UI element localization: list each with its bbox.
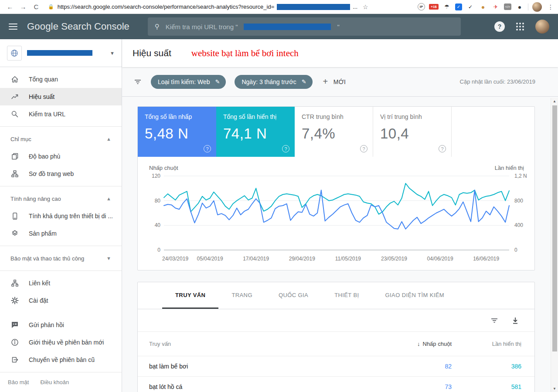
query-column-header[interactable]: Truy vấn: [149, 341, 364, 347]
scroll-down-icon[interactable]: ▼: [553, 385, 556, 392]
table-row[interactable]: bạt lót hồ cá73581: [138, 376, 534, 392]
cookie-extension-icon[interactable]: ●: [479, 3, 487, 11]
sidebar-item-overview[interactable]: Tổng quan: [0, 71, 122, 88]
ip-extension-icon[interactable]: IP: [418, 3, 425, 10]
browser-menu-icon[interactable]: ⋮: [548, 3, 554, 10]
app-logo[interactable]: Google Search Console: [27, 21, 129, 32]
filter-icon[interactable]: [133, 78, 142, 86]
filter-bar: Loại tìm kiếm: Web ✎ Ngày: 3 tháng trước…: [122, 67, 558, 97]
svg-text:17/04/2019: 17/04/2019: [243, 256, 269, 262]
property-redaction-bar: [27, 50, 92, 56]
scrollbar-thumb[interactable]: [552, 105, 557, 351]
globe-icon: [7, 46, 22, 61]
card-label: CTR trung bình: [302, 113, 366, 120]
sidebar-section-index[interactable]: Chỉ mục▲: [0, 130, 122, 148]
svg-text:0: 0: [514, 247, 517, 253]
sidebar-section-security[interactable]: Bảo mật và thao tác thủ công▼: [0, 250, 122, 267]
sidebar-item-about-new[interactable]: Giới thiệu về phiên bản mới: [0, 334, 122, 351]
help-question-icon[interactable]: ?: [204, 145, 211, 152]
impressions-column-header[interactable]: Lần hiển thị: [452, 341, 521, 347]
profile-extension-icon[interactable]: ●: [515, 3, 524, 11]
new-filter-button[interactable]: + MỚI: [323, 77, 346, 87]
hamburger-menu-icon[interactable]: [9, 22, 17, 31]
terms-link[interactable]: Điều khoản: [40, 379, 69, 385]
tab-queries[interactable]: TRUY VẤN: [162, 282, 218, 309]
sidebar-item-url-inspection[interactable]: Kiểm tra URL: [0, 105, 122, 123]
check-blue-extension-icon[interactable]: ✓: [455, 3, 462, 10]
title-bar: Hiệu suất website bạt làm bể bơi intech: [122, 39, 558, 67]
svg-text:80: 80: [155, 198, 161, 204]
search-redaction-bar: [244, 24, 331, 30]
edit-pencil-icon: ✎: [302, 78, 306, 85]
settings-icon: [10, 296, 19, 305]
cash-extension-icon[interactable]: +1$: [429, 4, 439, 10]
sidebar-item-label: Độ bao phủ: [29, 153, 60, 160]
rocket-extension-icon[interactable]: ✈: [491, 3, 500, 11]
avg-ctr-card[interactable]: CTR trung bình 7,4% ?: [295, 107, 373, 157]
card-label: Vị trí trung bình: [380, 113, 444, 120]
sidebar-item-label: Gửi phản hồi: [29, 321, 64, 328]
check-extension-icon[interactable]: ✓: [466, 3, 475, 11]
sidebar-nav: Tổng quanHiệu suấtKiểm tra URLChỉ mục▲Độ…: [0, 67, 122, 368]
sidebar-item-performance[interactable]: Hiệu suất: [0, 88, 122, 105]
address-bar-url[interactable]: https://search.google.com/search-console…: [58, 3, 275, 10]
download-icon[interactable]: [511, 316, 520, 325]
main-content: Hiệu suất website bạt làm bể bơi intech …: [122, 39, 558, 392]
help-question-icon[interactable]: ?: [360, 145, 367, 152]
umbrella-extension-icon[interactable]: ☂: [442, 3, 451, 11]
help-icon[interactable]: ?: [494, 21, 505, 32]
bookmark-star-icon[interactable]: ☆: [363, 3, 368, 10]
refresh-icon[interactable]: C: [31, 3, 42, 10]
sidebar-divider: [0, 270, 122, 271]
sidebar-item-mobile-usability[interactable]: Tính khả dụng trên thiết bị di ...: [0, 207, 122, 225]
sidebar-section-enhancements[interactable]: Tính năng nâng cao▲: [0, 190, 122, 207]
chevron-down-icon: ▼: [110, 51, 115, 56]
padlock-icon[interactable]: 🔒: [48, 4, 54, 10]
sidebar-item-settings[interactable]: Cài đặt: [0, 292, 122, 309]
sidebar-item-links[interactable]: Liên kết: [0, 274, 122, 292]
sidebar-item-products[interactable]: Sản phẩm: [0, 225, 122, 242]
query-cell[interactable]: bạt làm bể bơi: [149, 363, 364, 370]
svg-text:Nhấp chuột: Nhấp chuột: [149, 165, 178, 171]
extension-icons: IP+1$☂✓✓●✈</>● ⋮: [418, 2, 554, 12]
svg-text:800: 800: [514, 198, 523, 204]
google-apps-icon[interactable]: [516, 23, 524, 30]
privacy-link[interactable]: Bảo mật: [8, 379, 29, 385]
browser-avatar[interactable]: [532, 2, 542, 12]
sidebar-item-legacy[interactable]: Chuyển về phiên bản cũ: [0, 351, 122, 368]
avg-position-card[interactable]: Vị trí trung bình 10,4 ?: [373, 107, 452, 157]
account-avatar[interactable]: [535, 20, 549, 34]
scroll-up-icon[interactable]: ▲: [553, 98, 556, 105]
tab-search-appearance[interactable]: GIAO DIỆN TÌM KIẾM: [372, 282, 458, 309]
property-selector[interactable]: ▼: [0, 39, 122, 67]
back-icon[interactable]: ←: [4, 3, 16, 10]
table-row[interactable]: bạt làm bể bơi82386: [138, 356, 534, 376]
date-filter-chip[interactable]: Ngày: 3 tháng trước ✎: [235, 75, 312, 89]
last-updated-text: Cập nhật lần cuối: 23/06/2019: [460, 78, 535, 85]
header-actions: ?: [494, 20, 549, 34]
code-extension-icon[interactable]: </>: [504, 3, 511, 10]
forward-icon[interactable]: →: [17, 3, 29, 10]
sitemap-icon: [10, 169, 19, 178]
url-inspect-searchbox[interactable]: ⚲ Kiểm tra mọi URL trong " ": [148, 17, 461, 36]
tab-devices[interactable]: THIẾT BỊ: [321, 282, 372, 309]
help-question-icon[interactable]: ?: [282, 145, 289, 152]
card-value: 7,4%: [302, 125, 366, 142]
search-type-filter-chip[interactable]: Loại tìm kiếm: Web ✎: [151, 75, 226, 89]
tab-pages[interactable]: TRANG: [218, 282, 265, 309]
chevron-up-icon: ▲: [106, 136, 111, 142]
query-cell[interactable]: bạt lót hồ cá: [149, 383, 364, 390]
clicks-cell: 82: [364, 363, 452, 370]
tab-countries[interactable]: QUỐC GIA: [265, 282, 321, 309]
clicks-column-header[interactable]: ↓Nhấp chuột: [364, 341, 452, 347]
total-impressions-card[interactable]: Tổng số lần hiển thị 74,1 N ?: [216, 107, 295, 157]
sidebar-item-sitemaps[interactable]: Sơ đồ trang web: [0, 165, 122, 182]
sidebar-footer: Bảo mật Điều khoản: [0, 372, 122, 392]
help-question-icon[interactable]: ?: [439, 145, 446, 152]
sidebar-item-label: Cài đặt: [29, 297, 48, 304]
sidebar-item-coverage[interactable]: Độ bao phủ: [0, 148, 122, 165]
card-value: 10,4: [380, 125, 444, 142]
total-clicks-card[interactable]: Tổng số lần nhấp 5,48 N ?: [138, 107, 216, 157]
table-filter-icon[interactable]: [490, 316, 499, 325]
sidebar-item-feedback[interactable]: Gửi phản hồi: [0, 316, 122, 334]
